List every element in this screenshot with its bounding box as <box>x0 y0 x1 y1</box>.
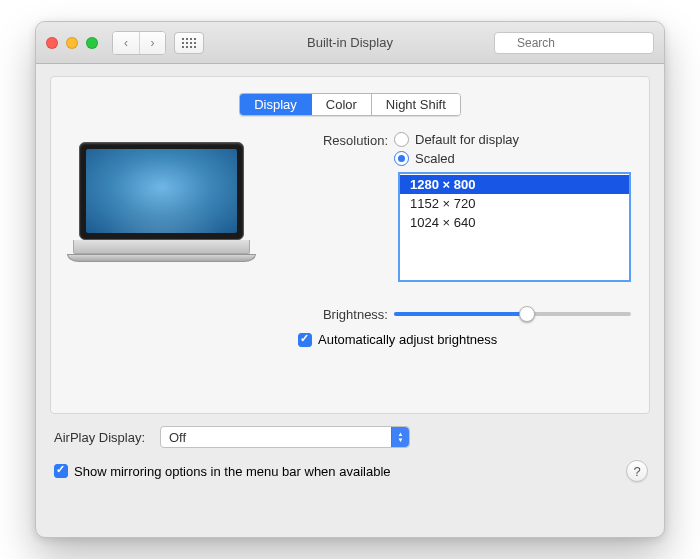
window-controls <box>46 37 98 49</box>
resolution-scaled-label: Scaled <box>415 151 455 166</box>
back-button[interactable]: ‹ <box>113 32 139 54</box>
slider-fill <box>394 312 527 316</box>
chevron-left-icon: ‹ <box>124 36 128 50</box>
resolution-label: Resolution: <box>294 132 394 282</box>
resolution-default-radio[interactable]: Default for display <box>394 132 631 147</box>
forward-button[interactable]: › <box>139 32 165 54</box>
display-preview <box>69 132 294 347</box>
resolution-option[interactable]: 1280 × 800 <box>400 175 629 194</box>
auto-brightness-checkbox[interactable] <box>298 333 312 347</box>
auto-brightness-label: Automatically adjust brightness <box>318 332 497 347</box>
airplay-value: Off <box>169 430 186 445</box>
search-wrap <box>494 32 654 54</box>
close-window-button[interactable] <box>46 37 58 49</box>
resolution-scaled-input[interactable] <box>394 151 409 166</box>
mirroring-label: Show mirroring options in the menu bar w… <box>74 464 391 479</box>
tab-bar: Display Color Night Shift <box>69 93 631 116</box>
airplay-label: AirPlay Display: <box>50 430 160 445</box>
settings-column: Resolution: Default for display Scaled <box>294 132 631 347</box>
airplay-select[interactable]: Off ▲▼ <box>160 426 410 448</box>
mirroring-checkbox[interactable] <box>54 464 68 478</box>
auto-brightness-row: Automatically adjust brightness <box>298 332 631 347</box>
grid-icon <box>182 38 196 48</box>
preferences-window: ‹ › Built-in Display Display <box>35 21 665 538</box>
show-all-button[interactable] <box>174 32 204 54</box>
mirroring-row: Show mirroring options in the menu bar w… <box>50 460 650 482</box>
chevron-right-icon: › <box>151 36 155 50</box>
brightness-slider[interactable] <box>394 304 631 324</box>
tab-night-shift[interactable]: Night Shift <box>371 94 460 115</box>
resolution-scaled-radio[interactable]: Scaled <box>394 151 631 166</box>
laptop-illustration <box>79 142 244 262</box>
settings-panel: Display Color Night Shift Resolution: <box>50 76 650 414</box>
minimize-window-button[interactable] <box>66 37 78 49</box>
nav-buttons: ‹ › <box>112 31 166 55</box>
content-area: Display Color Night Shift Resolution: <box>36 64 664 496</box>
help-icon: ? <box>633 464 640 479</box>
resolution-option[interactable]: 1152 × 720 <box>400 194 629 213</box>
airplay-row: AirPlay Display: Off ▲▼ <box>50 426 650 448</box>
search-input[interactable] <box>494 32 654 54</box>
resolution-row: Resolution: Default for display Scaled <box>294 132 631 282</box>
resolution-default-label: Default for display <box>415 132 519 147</box>
tab-display[interactable]: Display <box>240 94 311 115</box>
brightness-label: Brightness: <box>294 306 394 322</box>
brightness-row: Brightness: <box>294 304 631 324</box>
slider-knob[interactable] <box>519 306 535 322</box>
resolution-option[interactable]: 1024 × 640 <box>400 213 629 232</box>
tab-color[interactable]: Color <box>311 94 371 115</box>
help-button[interactable]: ? <box>626 460 648 482</box>
resolution-default-input[interactable] <box>394 132 409 147</box>
select-chevron-icon: ▲▼ <box>391 427 409 447</box>
zoom-window-button[interactable] <box>86 37 98 49</box>
titlebar: ‹ › Built-in Display <box>36 22 664 64</box>
resolution-list[interactable]: 1280 × 800 1152 × 720 1024 × 640 <box>398 172 631 282</box>
